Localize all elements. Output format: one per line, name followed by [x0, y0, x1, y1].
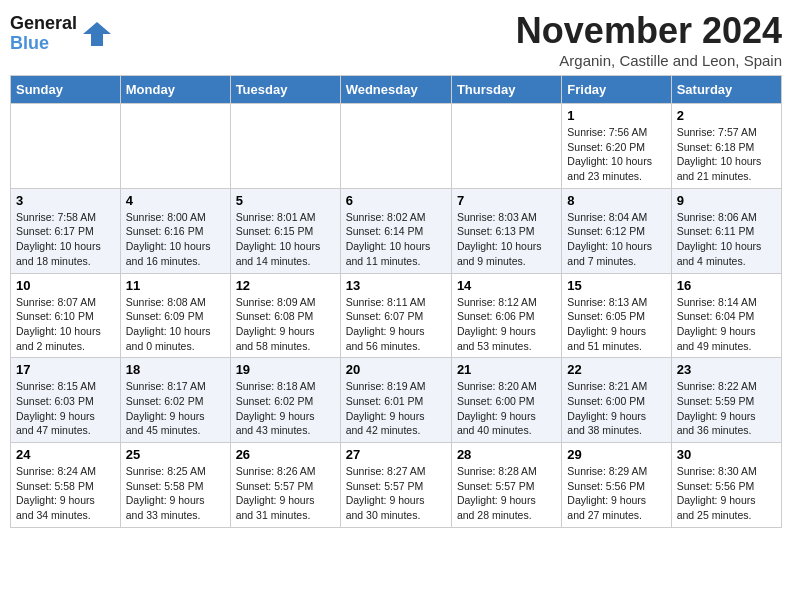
- logo-text: GeneralBlue: [10, 14, 77, 54]
- calendar-cell: 13Sunrise: 8:11 AM Sunset: 6:07 PM Dayli…: [340, 273, 451, 358]
- day-number: 30: [677, 447, 776, 462]
- calendar-cell: 5Sunrise: 8:01 AM Sunset: 6:15 PM Daylig…: [230, 188, 340, 273]
- day-number: 16: [677, 278, 776, 293]
- calendar-week-3: 10Sunrise: 8:07 AM Sunset: 6:10 PM Dayli…: [11, 273, 782, 358]
- day-info: Sunrise: 8:21 AM Sunset: 6:00 PM Dayligh…: [567, 379, 665, 438]
- calendar-week-4: 17Sunrise: 8:15 AM Sunset: 6:03 PM Dayli…: [11, 358, 782, 443]
- day-number: 14: [457, 278, 556, 293]
- day-info: Sunrise: 7:57 AM Sunset: 6:18 PM Dayligh…: [677, 125, 776, 184]
- day-number: 1: [567, 108, 665, 123]
- day-info: Sunrise: 8:26 AM Sunset: 5:57 PM Dayligh…: [236, 464, 335, 523]
- day-info: Sunrise: 8:15 AM Sunset: 6:03 PM Dayligh…: [16, 379, 115, 438]
- day-number: 5: [236, 193, 335, 208]
- day-number: 6: [346, 193, 446, 208]
- calendar-cell: 21Sunrise: 8:20 AM Sunset: 6:00 PM Dayli…: [451, 358, 561, 443]
- day-info: Sunrise: 8:25 AM Sunset: 5:58 PM Dayligh…: [126, 464, 225, 523]
- logo: GeneralBlue: [10, 14, 113, 54]
- month-title: November 2024: [516, 10, 782, 52]
- weekday-header-wednesday: Wednesday: [340, 76, 451, 104]
- day-info: Sunrise: 8:19 AM Sunset: 6:01 PM Dayligh…: [346, 379, 446, 438]
- day-number: 18: [126, 362, 225, 377]
- day-number: 19: [236, 362, 335, 377]
- weekday-header-monday: Monday: [120, 76, 230, 104]
- day-info: Sunrise: 8:20 AM Sunset: 6:00 PM Dayligh…: [457, 379, 556, 438]
- logo-icon: [81, 20, 113, 48]
- subtitle: Arganin, Castille and Leon, Spain: [516, 52, 782, 69]
- calendar-week-2: 3Sunrise: 7:58 AM Sunset: 6:17 PM Daylig…: [11, 188, 782, 273]
- calendar-cell: [451, 104, 561, 189]
- day-info: Sunrise: 8:27 AM Sunset: 5:57 PM Dayligh…: [346, 464, 446, 523]
- day-number: 10: [16, 278, 115, 293]
- calendar-cell: 24Sunrise: 8:24 AM Sunset: 5:58 PM Dayli…: [11, 443, 121, 528]
- day-number: 2: [677, 108, 776, 123]
- day-number: 25: [126, 447, 225, 462]
- day-info: Sunrise: 8:18 AM Sunset: 6:02 PM Dayligh…: [236, 379, 335, 438]
- day-info: Sunrise: 8:11 AM Sunset: 6:07 PM Dayligh…: [346, 295, 446, 354]
- day-number: 20: [346, 362, 446, 377]
- svg-marker-0: [83, 22, 111, 46]
- day-number: 4: [126, 193, 225, 208]
- day-number: 23: [677, 362, 776, 377]
- day-number: 11: [126, 278, 225, 293]
- day-number: 9: [677, 193, 776, 208]
- weekday-header-row: SundayMondayTuesdayWednesdayThursdayFrid…: [11, 76, 782, 104]
- calendar-cell: 22Sunrise: 8:21 AM Sunset: 6:00 PM Dayli…: [562, 358, 671, 443]
- day-info: Sunrise: 8:28 AM Sunset: 5:57 PM Dayligh…: [457, 464, 556, 523]
- day-info: Sunrise: 8:03 AM Sunset: 6:13 PM Dayligh…: [457, 210, 556, 269]
- calendar-cell: 18Sunrise: 8:17 AM Sunset: 6:02 PM Dayli…: [120, 358, 230, 443]
- day-info: Sunrise: 8:04 AM Sunset: 6:12 PM Dayligh…: [567, 210, 665, 269]
- calendar-week-5: 24Sunrise: 8:24 AM Sunset: 5:58 PM Dayli…: [11, 443, 782, 528]
- weekday-header-friday: Friday: [562, 76, 671, 104]
- calendar-cell: 9Sunrise: 8:06 AM Sunset: 6:11 PM Daylig…: [671, 188, 781, 273]
- day-info: Sunrise: 8:12 AM Sunset: 6:06 PM Dayligh…: [457, 295, 556, 354]
- weekday-header-saturday: Saturday: [671, 76, 781, 104]
- day-info: Sunrise: 8:22 AM Sunset: 5:59 PM Dayligh…: [677, 379, 776, 438]
- calendar-cell: 8Sunrise: 8:04 AM Sunset: 6:12 PM Daylig…: [562, 188, 671, 273]
- weekday-header-sunday: Sunday: [11, 76, 121, 104]
- weekday-header-thursday: Thursday: [451, 76, 561, 104]
- day-info: Sunrise: 8:00 AM Sunset: 6:16 PM Dayligh…: [126, 210, 225, 269]
- calendar-cell: 28Sunrise: 8:28 AM Sunset: 5:57 PM Dayli…: [451, 443, 561, 528]
- day-info: Sunrise: 8:02 AM Sunset: 6:14 PM Dayligh…: [346, 210, 446, 269]
- calendar-cell: 17Sunrise: 8:15 AM Sunset: 6:03 PM Dayli…: [11, 358, 121, 443]
- title-area: November 2024 Arganin, Castille and Leon…: [516, 10, 782, 69]
- day-info: Sunrise: 8:24 AM Sunset: 5:58 PM Dayligh…: [16, 464, 115, 523]
- day-info: Sunrise: 8:09 AM Sunset: 6:08 PM Dayligh…: [236, 295, 335, 354]
- calendar-table: SundayMondayTuesdayWednesdayThursdayFrid…: [10, 75, 782, 528]
- day-number: 15: [567, 278, 665, 293]
- day-info: Sunrise: 8:29 AM Sunset: 5:56 PM Dayligh…: [567, 464, 665, 523]
- calendar-cell: 12Sunrise: 8:09 AM Sunset: 6:08 PM Dayli…: [230, 273, 340, 358]
- day-number: 8: [567, 193, 665, 208]
- day-number: 17: [16, 362, 115, 377]
- calendar-cell: 27Sunrise: 8:27 AM Sunset: 5:57 PM Dayli…: [340, 443, 451, 528]
- calendar-cell: [120, 104, 230, 189]
- calendar-cell: 29Sunrise: 8:29 AM Sunset: 5:56 PM Dayli…: [562, 443, 671, 528]
- calendar-cell: 23Sunrise: 8:22 AM Sunset: 5:59 PM Dayli…: [671, 358, 781, 443]
- day-info: Sunrise: 8:07 AM Sunset: 6:10 PM Dayligh…: [16, 295, 115, 354]
- calendar-cell: 26Sunrise: 8:26 AM Sunset: 5:57 PM Dayli…: [230, 443, 340, 528]
- day-info: Sunrise: 8:30 AM Sunset: 5:56 PM Dayligh…: [677, 464, 776, 523]
- header: GeneralBlue November 2024 Arganin, Casti…: [10, 10, 782, 69]
- day-number: 12: [236, 278, 335, 293]
- day-info: Sunrise: 8:08 AM Sunset: 6:09 PM Dayligh…: [126, 295, 225, 354]
- day-number: 7: [457, 193, 556, 208]
- calendar-cell: [11, 104, 121, 189]
- calendar-cell: 7Sunrise: 8:03 AM Sunset: 6:13 PM Daylig…: [451, 188, 561, 273]
- calendar-cell: [340, 104, 451, 189]
- day-number: 3: [16, 193, 115, 208]
- calendar-cell: 11Sunrise: 8:08 AM Sunset: 6:09 PM Dayli…: [120, 273, 230, 358]
- day-number: 28: [457, 447, 556, 462]
- day-info: Sunrise: 8:01 AM Sunset: 6:15 PM Dayligh…: [236, 210, 335, 269]
- calendar-week-1: 1Sunrise: 7:56 AM Sunset: 6:20 PM Daylig…: [11, 104, 782, 189]
- day-number: 24: [16, 447, 115, 462]
- day-info: Sunrise: 7:58 AM Sunset: 6:17 PM Dayligh…: [16, 210, 115, 269]
- calendar-cell: 1Sunrise: 7:56 AM Sunset: 6:20 PM Daylig…: [562, 104, 671, 189]
- calendar-cell: 3Sunrise: 7:58 AM Sunset: 6:17 PM Daylig…: [11, 188, 121, 273]
- calendar-cell: 15Sunrise: 8:13 AM Sunset: 6:05 PM Dayli…: [562, 273, 671, 358]
- calendar-cell: 2Sunrise: 7:57 AM Sunset: 6:18 PM Daylig…: [671, 104, 781, 189]
- calendar-cell: 20Sunrise: 8:19 AM Sunset: 6:01 PM Dayli…: [340, 358, 451, 443]
- calendar-cell: 14Sunrise: 8:12 AM Sunset: 6:06 PM Dayli…: [451, 273, 561, 358]
- day-number: 26: [236, 447, 335, 462]
- day-number: 22: [567, 362, 665, 377]
- calendar-cell: 25Sunrise: 8:25 AM Sunset: 5:58 PM Dayli…: [120, 443, 230, 528]
